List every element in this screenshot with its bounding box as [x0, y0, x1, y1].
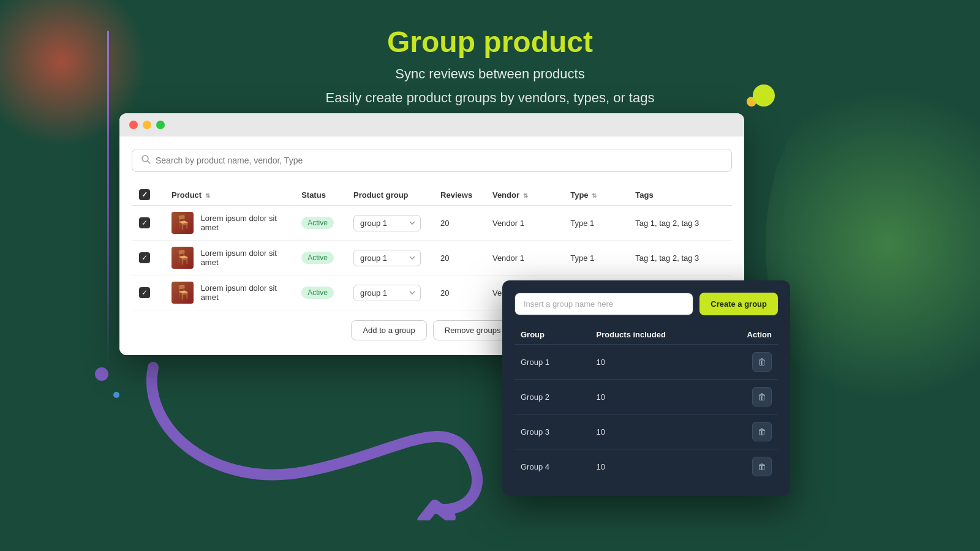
delete-group-button-0[interactable]: 🗑: [752, 352, 772, 372]
group-select-1[interactable]: group 1: [353, 250, 421, 266]
group-action-cell-0: 🗑: [741, 345, 778, 380]
header-subtitle1: Sync reviews between products: [0, 64, 980, 84]
status-badge-1: Active: [301, 252, 334, 264]
product-sort-icon: ⇅: [205, 192, 210, 199]
trash-icon-1: 🗑: [758, 392, 766, 402]
row-group-cell: group 1: [346, 206, 433, 241]
row-checkbox-2[interactable]: ✓: [139, 287, 150, 298]
group-name-input[interactable]: [514, 293, 693, 315]
gth-action: Action: [741, 325, 778, 345]
group-panel-top: Create a group: [514, 293, 778, 315]
row-tags-cell: Tag 1, tag 2, tag 3: [628, 206, 732, 241]
product-name-1: Lorem ipsum dolor sit amet: [201, 249, 281, 267]
group-row: Group 4 10 🗑: [514, 449, 778, 484]
table-row: ✓ 🪑 Lorem ipsum dolor sit amet Active gr…: [132, 206, 732, 241]
product-name-0: Lorem ipsum dolor sit amet: [201, 214, 281, 232]
group-name-cell-0: Group 1: [514, 345, 590, 380]
row-vendor-cell: Vendor 1: [485, 241, 563, 276]
row-checkbox-cell: ✓: [132, 241, 164, 276]
group-row: Group 3 10 🗑: [514, 414, 778, 449]
group-panel: Create a group Group Products included A…: [502, 280, 790, 496]
product-thumbnail-2: 🪑: [172, 282, 194, 304]
delete-group-button-3[interactable]: 🗑: [752, 457, 772, 476]
row-checkbox-1[interactable]: ✓: [139, 252, 150, 263]
mac-maximize-button[interactable]: [156, 121, 165, 129]
group-name-cell-1: Group 2: [514, 380, 590, 414]
th-type[interactable]: Type ⇅: [563, 184, 628, 206]
status-badge-0: Active: [301, 217, 334, 229]
th-status: Status: [294, 184, 346, 206]
product-thumbnail-0: 🪑: [172, 212, 194, 234]
th-vendor[interactable]: Vendor ⇅: [485, 184, 563, 206]
row-checkbox-cell: ✓: [132, 276, 164, 310]
row-status-cell: Active: [294, 276, 346, 310]
header-subtitle2: Easily create product groups by vendors,…: [0, 88, 980, 108]
row-status-cell: Active: [294, 206, 346, 241]
delete-group-button-2[interactable]: 🗑: [752, 422, 772, 441]
table-row: ✓ 🪑 Lorem ipsum dolor sit amet Active gr…: [132, 241, 732, 276]
mac-close-button[interactable]: [129, 121, 138, 129]
th-tags: Tags: [628, 184, 732, 206]
group-management-table: Group Products included Action Group 1 1…: [514, 325, 778, 484]
group-products-cell-3: 10: [590, 449, 741, 484]
row-checkbox-cell: ✓: [132, 206, 164, 241]
select-all-checkbox[interactable]: ✓: [139, 189, 150, 200]
row-reviews-cell: 20: [433, 276, 485, 310]
row-reviews-cell: 20: [433, 241, 485, 276]
trash-icon-2: 🗑: [758, 427, 766, 437]
gth-products-included: Products included: [590, 325, 741, 345]
group-action-cell-3: 🗑: [741, 449, 778, 484]
group-action-cell-2: 🗑: [741, 414, 778, 449]
mac-titlebar: [119, 113, 744, 137]
group-name-cell-2: Group 3: [514, 414, 590, 449]
group-select-0[interactable]: group 1: [353, 215, 421, 231]
group-row: Group 1 10 🗑: [514, 345, 778, 380]
th-reviews: Reviews: [433, 184, 485, 206]
page-title: Group product: [0, 24, 980, 60]
create-group-button[interactable]: Create a group: [699, 293, 778, 315]
svg-line-1: [148, 161, 150, 163]
product-name-2: Lorem ipsum dolor sit amet: [201, 283, 281, 302]
row-tags-cell: Tag 1, tag 2, tag 3: [628, 241, 732, 276]
row-type-cell: Type 1: [563, 241, 628, 276]
add-to-group-button[interactable]: Add to a group: [351, 320, 426, 340]
row-product-cell: 🪑 Lorem ipsum dolor sit amet: [164, 276, 294, 310]
th-product[interactable]: Product ⇅: [164, 184, 294, 206]
bg-decoration-green: [766, 61, 980, 429]
search-icon: [141, 154, 151, 167]
mac-minimize-button[interactable]: [143, 121, 151, 129]
trash-icon-3: 🗑: [758, 462, 766, 471]
group-products-cell-0: 10: [590, 345, 741, 380]
group-action-cell-1: 🗑: [741, 380, 778, 414]
group-products-cell-2: 10: [590, 414, 741, 449]
row-vendor-cell: Vendor 1: [485, 206, 563, 241]
delete-group-button-1[interactable]: 🗑: [752, 387, 772, 407]
group-select-2[interactable]: group 1: [353, 285, 421, 301]
remove-groups-button[interactable]: Remove groups: [433, 320, 513, 340]
gth-group: Group: [514, 325, 590, 345]
search-input[interactable]: [156, 156, 723, 165]
th-product-group: Product group: [346, 184, 433, 206]
group-name-cell-3: Group 4: [514, 449, 590, 484]
th-checkbox: ✓: [132, 184, 164, 206]
row-group-cell: group 1: [346, 241, 433, 276]
purple-arrow-decoration: [92, 337, 521, 520]
header-section: Group product Sync reviews between produ…: [0, 24, 980, 108]
trash-icon-0: 🗑: [758, 357, 766, 367]
row-status-cell: Active: [294, 241, 346, 276]
group-row: Group 2 10 🗑: [514, 380, 778, 414]
row-reviews-cell: 20: [433, 206, 485, 241]
vendor-sort-icon: ⇅: [523, 192, 528, 199]
row-type-cell: Type 1: [563, 206, 628, 241]
row-group-cell: group 1: [346, 276, 433, 310]
row-product-cell: 🪑 Lorem ipsum dolor sit amet: [164, 241, 294, 276]
search-bar: [132, 149, 732, 172]
row-checkbox-0[interactable]: ✓: [139, 217, 150, 228]
product-thumbnail-1: 🪑: [172, 247, 194, 269]
status-badge-2: Active: [301, 287, 334, 299]
type-sort-icon: ⇅: [592, 192, 597, 199]
row-product-cell: 🪑 Lorem ipsum dolor sit amet: [164, 206, 294, 241]
group-products-cell-1: 10: [590, 380, 741, 414]
